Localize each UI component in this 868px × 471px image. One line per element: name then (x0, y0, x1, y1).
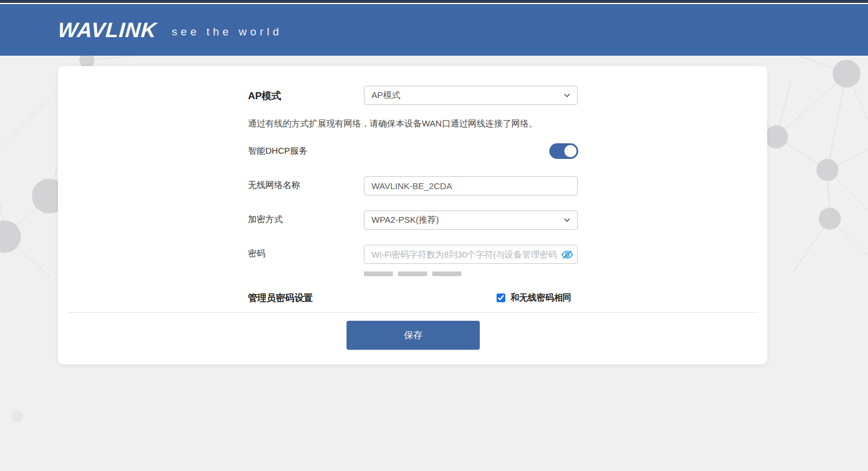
ssid-label: 无线网络名称 (248, 180, 300, 191)
password-input[interactable] (364, 245, 578, 264)
ap-mode-select[interactable]: AP模式 (364, 86, 578, 105)
ssid-input[interactable] (364, 176, 578, 195)
strength-bar (364, 271, 393, 276)
divider (68, 312, 758, 313)
password-field-wrap (364, 245, 578, 264)
dhcp-toggle[interactable] (549, 143, 578, 159)
save-button[interactable]: 保存 (347, 321, 480, 350)
same-password-option: 和无线密码相同 (497, 292, 571, 303)
strength-bar (432, 271, 461, 276)
strength-bar (398, 271, 427, 276)
wavlink-logo: WAVLINK (57, 18, 158, 42)
chevron-down-icon (564, 93, 570, 97)
toggle-knob (563, 144, 578, 158)
setup-card: AP模式 AP模式 通过有线的方式扩展现有网络，请确保本设备WAN口通过网线连接… (58, 66, 767, 364)
header-divider-line (0, 3, 868, 4)
encryption-selected-value: WPA2-PSK(推荐) (371, 215, 439, 226)
chevron-down-icon (564, 218, 570, 222)
dhcp-label: 智能DHCP服务 (248, 146, 308, 157)
encryption-select[interactable]: WPA2-PSK(推荐) (364, 211, 578, 230)
password-label: 密码 (248, 248, 265, 259)
same-password-checkbox[interactable] (497, 294, 505, 302)
encryption-label: 加密方式 (248, 214, 283, 225)
brand-tagline: see the world (172, 26, 282, 38)
eye-off-icon[interactable] (561, 249, 574, 260)
ap-mode-label: AP模式 (248, 89, 282, 103)
admin-password-label: 管理员密码设置 (248, 292, 313, 305)
password-strength-bars (364, 271, 461, 276)
header: WAVLINK see the world (0, 4, 868, 56)
same-password-checkbox-label[interactable]: 和无线密码相同 (510, 292, 571, 303)
mode-description: 通过有线的方式扩展现有网络，请确保本设备WAN口通过网线连接了网络。 (248, 118, 537, 129)
ap-mode-selected-value: AP模式 (371, 90, 400, 101)
